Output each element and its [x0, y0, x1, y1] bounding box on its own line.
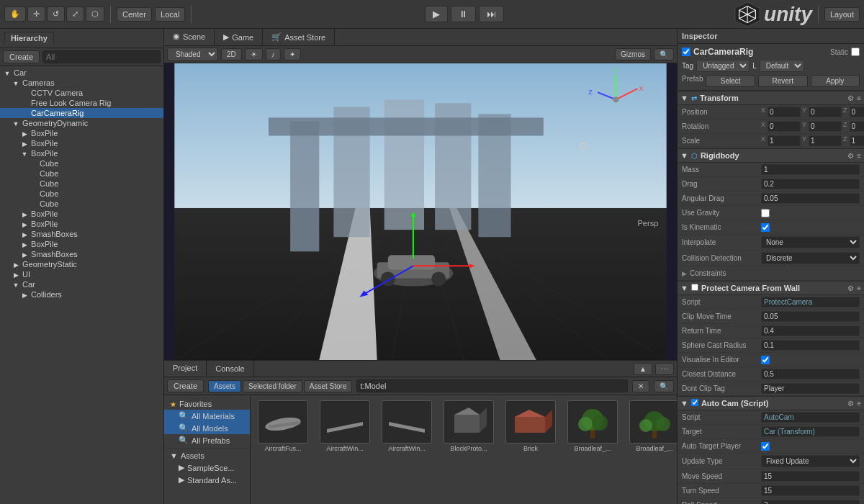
mass-input[interactable]	[761, 164, 860, 175]
pos-y-input[interactable]	[809, 107, 842, 117]
closest-dist-input[interactable]	[761, 369, 860, 379]
static-checkbox[interactable]	[851, 48, 860, 56]
tree-item-car[interactable]: ▼ Car	[0, 68, 163, 78]
asset-aircraft-fus[interactable]: AircraftFus...	[253, 398, 312, 454]
use-gravity-checkbox[interactable]	[761, 209, 770, 217]
tag-select[interactable]: Untagged	[696, 60, 750, 72]
pause-button[interactable]: ⏸	[451, 6, 476, 22]
hierarchy-search[interactable]	[42, 50, 161, 63]
protect-camera-header[interactable]: ▼ Protect Camera From Wall ⚙ ≡	[678, 281, 864, 295]
tree-item-colliders[interactable]: ▶ Colliders	[0, 289, 163, 300]
tree-item-boxpile2[interactable]: ▶ BoxPile	[0, 138, 163, 148]
scene-view[interactable]: Persp X Y Z ⚙	[164, 63, 677, 360]
auto-cam-settings[interactable]: ⚙	[847, 400, 854, 408]
transform-header[interactable]: ▼ ⇄ Transform ⚙ ≡	[678, 91, 864, 105]
gizmos-toggle[interactable]: Gizmos	[615, 48, 651, 60]
bottom-collapse-btn[interactable]: ▲	[634, 363, 652, 375]
tab-scene[interactable]: ◉ Scene	[164, 29, 215, 45]
pos-z-input[interactable]	[850, 107, 864, 117]
protect-settings[interactable]: ⚙	[847, 284, 854, 292]
samplescene-folder[interactable]: ▶ SampleSce...	[164, 462, 250, 474]
auto-target-checkbox[interactable]	[761, 442, 770, 451]
rot-y-input[interactable]	[809, 121, 842, 132]
angular-drag-input[interactable]	[761, 193, 860, 204]
auto-cam-header[interactable]: ▼ Auto Cam (Script) ⚙ ≡	[678, 396, 864, 410]
tree-item-boxpile3[interactable]: ▼ BoxPile	[0, 148, 163, 158]
asset-aircraft-win1[interactable]: AircraftWin...	[315, 398, 374, 454]
tab-project[interactable]: Project	[164, 361, 207, 377]
search-tab-assets[interactable]: Assets	[208, 380, 241, 392]
2d-toggle[interactable]: 2D	[221, 48, 242, 60]
target-ref[interactable]: Car (Transform)	[761, 426, 860, 437]
collision-select[interactable]: Discrete	[761, 252, 860, 264]
standard-assets-folder[interactable]: ▶ Standard As...	[164, 474, 250, 486]
tab-asset-store[interactable]: 🛒 Asset Store	[263, 29, 335, 45]
asset-broadleaf1[interactable]: Broadleaf_...	[563, 398, 622, 454]
tree-item-boxpile1[interactable]: ▶ BoxPile	[0, 128, 163, 138]
tree-item-cube3[interactable]: Cube	[0, 179, 163, 189]
transform-menu[interactable]: ≡	[857, 94, 861, 102]
rotate-tool[interactable]: ↺	[47, 6, 65, 22]
update-type-select[interactable]: Fixed Update	[761, 455, 860, 467]
fav-all-materials[interactable]: 🔍 All Materials	[164, 410, 250, 422]
tree-item-cube1[interactable]: Cube	[0, 158, 163, 168]
tree-item-boxpile5[interactable]: ▶ BoxPile	[0, 219, 163, 229]
rect-tool[interactable]: ⬡	[86, 6, 104, 22]
tree-item-car2[interactable]: ▼ Car	[0, 279, 163, 289]
protect-menu[interactable]: ≡	[857, 284, 861, 292]
protect-script-ref[interactable]: ProtectCamera	[761, 297, 860, 307]
tree-item-carcamera[interactable]: CarCameraRig	[0, 108, 163, 118]
clip-move-input[interactable]	[761, 311, 860, 322]
search-scene[interactable]: 🔍	[654, 48, 674, 60]
visualise-checkbox[interactable]	[761, 356, 770, 364]
sphere-cast-input[interactable]	[761, 340, 860, 351]
tree-item-cube4[interactable]: Cube	[0, 189, 163, 199]
audio-toggle[interactable]: ♪	[266, 48, 281, 60]
auto-cam-script-ref[interactable]: AutoCam	[761, 412, 860, 423]
search-clear-btn[interactable]: ✕	[632, 380, 649, 392]
roll-speed-input[interactable]	[761, 500, 860, 504]
step-button[interactable]: ⏭	[479, 6, 504, 22]
tree-item-geodyn[interactable]: ▼ GeometryDynamic	[0, 118, 163, 128]
scale-y-input[interactable]	[809, 135, 842, 146]
search-tab-selected[interactable]: Selected folder	[243, 380, 302, 392]
local-toggle[interactable]: Local	[155, 7, 185, 22]
dont-clip-input[interactable]	[761, 383, 860, 394]
asset-broadleaf2[interactable]: Broadleaf_...	[625, 398, 677, 454]
tab-console[interactable]: Console	[207, 361, 253, 377]
constraints-row[interactable]: ▶ Constraints	[678, 266, 864, 281]
bottom-expand-btn[interactable]: ⋯	[655, 363, 674, 375]
turn-speed-input[interactable]	[761, 485, 860, 496]
interpolate-select[interactable]: None	[761, 236, 860, 248]
transform-settings[interactable]: ⚙	[847, 94, 854, 102]
search-go-btn[interactable]: 🔍	[654, 380, 674, 392]
move-tool[interactable]: ✛	[27, 6, 45, 22]
fav-all-models[interactable]: 🔍 All Models	[164, 422, 250, 434]
hierarchy-tab[interactable]: Hierarchy	[4, 32, 54, 45]
assets-folder[interactable]: ▼ Assets	[164, 450, 250, 462]
return-time-input[interactable]	[761, 325, 860, 336]
search-tab-store[interactable]: Asset Store	[304, 380, 353, 392]
rigidbody-settings[interactable]: ⚙	[847, 152, 854, 160]
rigidbody-header[interactable]: ▼ ⬡ Rigidbody ⚙ ≡	[678, 148, 864, 163]
project-create-btn[interactable]: Create	[167, 379, 204, 392]
rot-z-input[interactable]	[850, 121, 864, 132]
hand-tool[interactable]: ✋	[4, 6, 26, 22]
tree-item-cube2[interactable]: Cube	[0, 168, 163, 179]
select-btn[interactable]: Select	[706, 75, 755, 87]
effects-toggle[interactable]: ✦	[284, 48, 301, 60]
scale-z-input[interactable]	[850, 135, 864, 146]
is-kinematic-checkbox[interactable]	[761, 223, 770, 232]
pos-x-input[interactable]	[768, 107, 801, 117]
object-active-checkbox[interactable]	[682, 48, 690, 56]
move-speed-input[interactable]	[761, 471, 860, 482]
fav-all-prefabs[interactable]: 🔍 All Prefabs	[164, 434, 250, 446]
center-toggle[interactable]: Center	[117, 7, 152, 22]
layout-button[interactable]: Layout	[824, 7, 860, 22]
asset-brick[interactable]: Brick	[501, 398, 560, 454]
layer-select[interactable]: Default	[760, 60, 804, 72]
shading-select[interactable]: Shaded	[167, 48, 218, 61]
play-button[interactable]: ▶	[425, 6, 448, 22]
asset-block-proto[interactable]: BlockProto...	[439, 398, 498, 454]
project-search-input[interactable]	[356, 379, 628, 392]
